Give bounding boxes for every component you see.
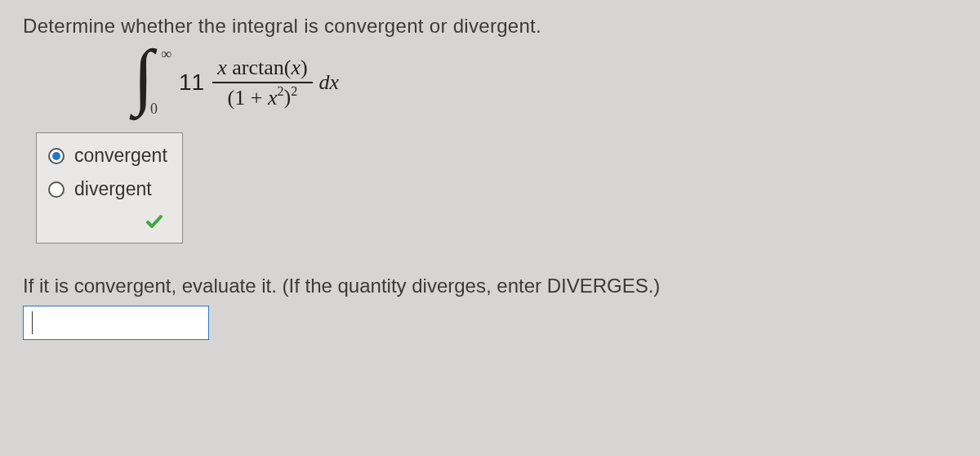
integral-lower-bound: 0 <box>150 101 158 118</box>
question-prompt: Determine whether the integral is conver… <box>23 15 957 38</box>
option-label-divergent: divergent <box>74 178 152 200</box>
numerator-x: x <box>217 56 227 79</box>
radio-convergent[interactable] <box>48 148 65 164</box>
integral-expression: ∫ ∞ 0 11 x arctan(x) (1 + x2)2 dx <box>133 49 957 116</box>
answer-input-wrap[interactable] <box>23 306 209 340</box>
differential: dx <box>319 70 340 95</box>
integral-fraction: x arctan(x) (1 + x2)2 <box>212 56 312 110</box>
integral-coefficient: 11 <box>179 69 204 96</box>
answer-options-box: convergent divergent <box>36 132 183 244</box>
fraction-denominator: (1 + x2)2 <box>228 83 298 110</box>
option-convergent[interactable]: convergent <box>48 145 167 167</box>
numerator-arg: x <box>291 56 301 79</box>
followup-prompt: If it is convergent, evaluate it. (If th… <box>23 275 957 297</box>
integral-glyph: ∫ <box>133 42 154 110</box>
radio-divergent[interactable] <box>48 181 65 198</box>
option-divergent[interactable]: divergent <box>48 178 167 200</box>
numerator-close: ) <box>301 56 308 79</box>
numerator-fn: arctan( <box>232 56 291 79</box>
answer-input[interactable] <box>24 306 208 339</box>
option-label-convergent: convergent <box>74 145 167 167</box>
integral-sign: ∫ ∞ 0 <box>133 49 172 116</box>
correct-checkmark-icon <box>48 212 167 235</box>
text-caret <box>32 311 33 334</box>
fraction-numerator: x arctan(x) <box>212 56 312 83</box>
integral-upper-bound: ∞ <box>161 46 172 63</box>
